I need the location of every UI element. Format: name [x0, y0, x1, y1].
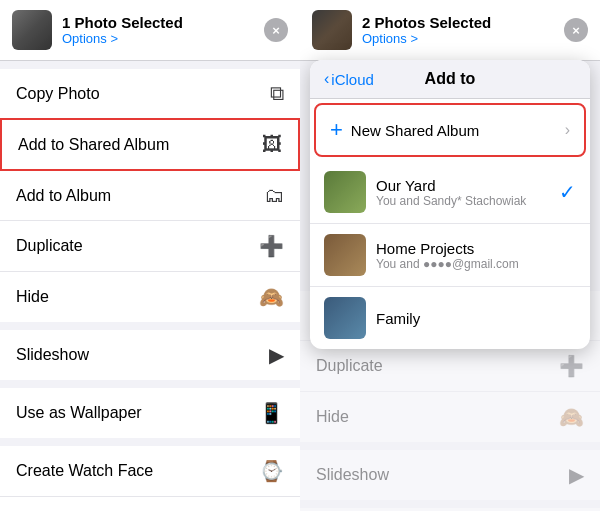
slideshow-icon: ▶ [269, 343, 284, 367]
right-hide[interactable]: Hide 🙈 [300, 392, 600, 442]
left-panel: 1 Photo Selected Options > × Copy Photo … [0, 0, 300, 511]
left-title: 1 Photo Selected [62, 14, 264, 31]
left-section-copy: Copy Photo ⧉ [0, 69, 300, 118]
album-family[interactable]: Family [310, 287, 590, 349]
left-add-to-album[interactable]: Add to Album 🗂 [0, 171, 300, 221]
left-header: 1 Photo Selected Options > × [0, 0, 300, 61]
left-thumbnail [12, 10, 52, 50]
left-header-text: 1 Photo Selected Options > [62, 14, 264, 46]
watch-icon: ⌚ [259, 459, 284, 483]
copy-icon: ⧉ [270, 82, 284, 105]
left-section-album: Add to Album 🗂 Duplicate ➕ Hide 🙈 [0, 171, 300, 322]
dropdown-title: Add to [374, 70, 526, 88]
left-close-button[interactable]: × [264, 18, 288, 42]
left-section-misc: Create Watch Face ⌚ Save to Files 📁 Assi… [0, 446, 300, 511]
left-copy-photo[interactable]: Copy Photo ⧉ [0, 69, 300, 118]
left-duplicate[interactable]: Duplicate ➕ [0, 221, 300, 272]
home-projects-info: Home Projects You and ●●●●@gmail.com [376, 240, 576, 271]
left-options[interactable]: Options > [62, 31, 264, 46]
add-to-dropdown: ‹ iCloud Add to + New Shared Album › Our… [310, 60, 590, 349]
right-thumbnail [312, 10, 352, 50]
left-section-shared: Add to Shared Album 🖼 [0, 118, 300, 171]
new-album-chevron-icon: › [565, 121, 570, 139]
left-save-files[interactable]: Save to Files 📁 [0, 497, 300, 511]
right-hide-icon: 🙈 [559, 405, 584, 429]
right-section-slideshow: Slideshow ▶ [300, 450, 600, 500]
right-slideshow[interactable]: Slideshow ▶ [300, 450, 600, 500]
our-yard-info: Our Yard You and Sandy* Stachowiak [376, 177, 559, 208]
left-menu-list: Copy Photo ⧉ Add to Shared Album 🖼 Add t… [0, 61, 300, 511]
right-title: 2 Photos Selected [362, 14, 564, 31]
home-projects-thumbnail [324, 234, 366, 276]
album-our-yard[interactable]: Our Yard You and Sandy* Stachowiak ✓ [310, 161, 590, 224]
wallpaper-icon: 📱 [259, 401, 284, 425]
back-chevron-icon: ‹ [324, 70, 329, 88]
album-home-projects[interactable]: Home Projects You and ●●●●@gmail.com [310, 224, 590, 287]
right-header-text: 2 Photos Selected Options > [362, 14, 564, 46]
plus-icon: + [330, 117, 343, 143]
our-yard-thumbnail [324, 171, 366, 213]
left-hide[interactable]: Hide 🙈 [0, 272, 300, 322]
left-wallpaper[interactable]: Use as Wallpaper 📱 [0, 388, 300, 438]
new-shared-album-button[interactable]: + New Shared Album › [314, 103, 586, 157]
right-slideshow-icon: ▶ [569, 463, 584, 487]
dropdown-back-button[interactable]: ‹ iCloud [324, 70, 374, 88]
right-header: 2 Photos Selected Options > × [300, 0, 600, 61]
right-panel: 2 Photos Selected Options > × ‹ iCloud A… [300, 0, 600, 511]
family-info: Family [376, 310, 576, 327]
dropdown-header: ‹ iCloud Add to [310, 60, 590, 99]
left-section-wallpaper: Use as Wallpaper 📱 [0, 388, 300, 438]
hide-icon: 🙈 [259, 285, 284, 309]
right-options[interactable]: Options > [362, 31, 564, 46]
add-album-icon: 🗂 [264, 184, 284, 207]
shared-album-icon: 🖼 [262, 133, 282, 156]
right-duplicate-icon: ➕ [559, 354, 584, 378]
our-yard-checkmark-icon: ✓ [559, 180, 576, 204]
right-close-button[interactable]: × [564, 18, 588, 42]
left-slideshow[interactable]: Slideshow ▶ [0, 330, 300, 380]
left-watch-face[interactable]: Create Watch Face ⌚ [0, 446, 300, 497]
family-thumbnail [324, 297, 366, 339]
left-section-slideshow: Slideshow ▶ [0, 330, 300, 380]
duplicate-icon: ➕ [259, 234, 284, 258]
left-add-shared-album[interactable]: Add to Shared Album 🖼 [2, 120, 298, 169]
